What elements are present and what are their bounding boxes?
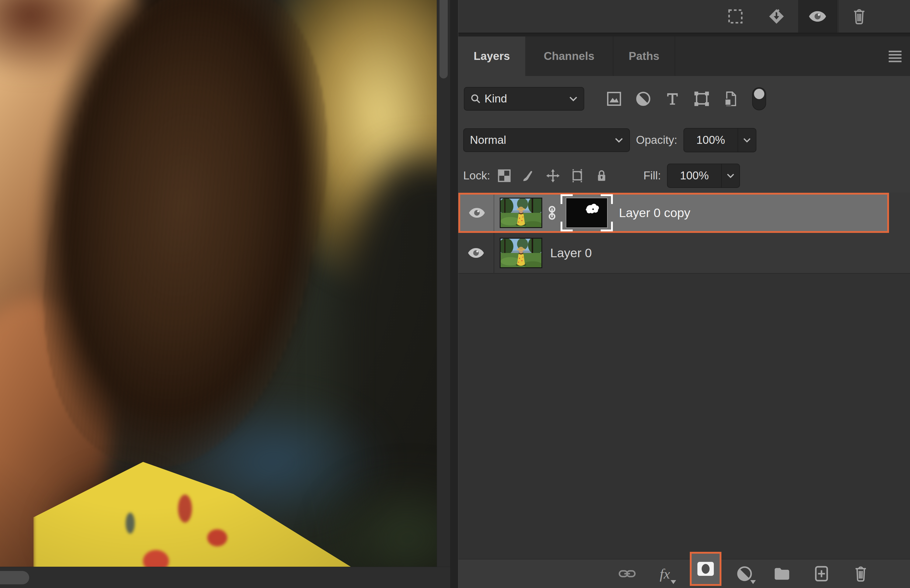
chevron-down-icon: [569, 96, 577, 102]
mask-properties-bar: [458, 0, 910, 34]
canvas-vertical-scroll-thumb[interactable]: [440, 0, 448, 78]
smart-object-filter-button[interactable]: [723, 91, 739, 107]
pixel-layer-filter-button[interactable]: [606, 91, 622, 107]
new-layer-button[interactable]: [808, 562, 835, 586]
panel-tab-bar: Layers Channels Paths: [458, 34, 910, 76]
apply-mask-icon: [768, 8, 785, 25]
fx-flyout-arrow-icon: [671, 580, 676, 584]
layers-panel: Layers Channels Paths Kind Normal: [458, 0, 910, 588]
list-divider: [458, 273, 910, 274]
layers-list: Layer 0 copy Layer 0: [458, 193, 910, 559]
panel-menu-button[interactable]: [888, 49, 902, 63]
tab-channels-label: Channels: [544, 50, 595, 63]
new-adjustment-layer-button[interactable]: [731, 562, 758, 586]
panel-gutter: [450, 0, 458, 588]
hamburger-menu-icon: [888, 49, 902, 63]
tab-paths[interactable]: Paths: [613, 37, 675, 76]
layer-rows: Layer 0 copy Layer 0: [458, 193, 910, 274]
blend-mode-value: Normal: [470, 134, 506, 147]
mask-selection-bracket: [601, 194, 613, 204]
tab-channels[interactable]: Channels: [525, 37, 613, 76]
layer-visibility-toggle[interactable]: [458, 233, 494, 273]
layer-filter-row: Kind: [458, 76, 910, 122]
fill-input[interactable]: 100%: [667, 163, 740, 188]
mask-selection-bracket: [601, 221, 613, 231]
layer-mask-selected[interactable]: [561, 194, 613, 231]
lock-position-button[interactable]: [545, 168, 561, 183]
eye-icon: [469, 208, 485, 218]
filter-kind-label: Kind: [485, 92, 507, 105]
header-divider: [838, 0, 839, 32]
adjustment-icon: [737, 566, 752, 581]
delete-layer-button[interactable]: [847, 562, 874, 586]
type-layer-filter-button[interactable]: [664, 91, 680, 107]
link-icon: [619, 569, 636, 579]
shape-layer-filter-button[interactable]: [694, 91, 710, 107]
opacity-label: Opacity:: [636, 134, 677, 147]
mask-visibility-button[interactable]: [802, 1, 833, 32]
opacity-input[interactable]: 100%: [684, 128, 756, 152]
fill-value: 100%: [668, 164, 721, 187]
lock-buttons: [497, 168, 609, 183]
add-layer-mask-icon: [697, 562, 714, 576]
eye-icon: [809, 11, 826, 22]
mask-link-icon[interactable]: [546, 205, 558, 221]
add-layer-mask-button[interactable]: [690, 552, 721, 586]
photo-vignette: [0, 0, 450, 567]
marquee-icon: [728, 9, 743, 24]
fx-icon: fx: [660, 565, 670, 582]
document-canvas[interactable]: [0, 0, 450, 588]
search-icon: [470, 94, 481, 104]
blend-mode-row: Normal Opacity: 100%: [458, 122, 910, 159]
layer-styles-button[interactable]: fx: [651, 562, 679, 586]
new-layer-icon: [815, 565, 829, 582]
layer-row-layer-0[interactable]: Layer 0: [458, 233, 910, 273]
fill-label: Fill:: [643, 170, 661, 182]
mask-selection-bracket: [561, 221, 573, 231]
trash-icon: [853, 565, 868, 582]
load-selection-from-mask-button[interactable]: [720, 1, 751, 32]
new-group-button[interactable]: [768, 562, 796, 586]
layers-bottom-toolbar: fx: [458, 559, 910, 588]
tab-paths-label: Paths: [629, 50, 659, 63]
canvas-horizontal-scroll-thumb[interactable]: [0, 571, 29, 584]
adjustment-layer-filter-button[interactable]: [635, 91, 651, 107]
lock-artboard-nesting-button[interactable]: [570, 168, 585, 183]
layer-visibility-toggle[interactable]: [460, 195, 494, 231]
tab-layers-label: Layers: [474, 50, 510, 63]
link-layers-button[interactable]: [613, 562, 641, 586]
chevron-down-icon[interactable]: [722, 164, 739, 187]
canvas-horizontal-scrollbar[interactable]: [0, 567, 450, 588]
layer-name[interactable]: Layer 0: [550, 246, 592, 260]
chevron-down-icon: [615, 137, 623, 143]
photo-closeup-woman: [0, 0, 450, 567]
mask-selection-bracket: [561, 194, 573, 204]
adjustment-flyout-arrow-icon: [750, 580, 756, 584]
layer-thumbnail[interactable]: [500, 198, 542, 228]
tab-layers[interactable]: Layers: [458, 37, 525, 76]
filter-kind-dropdown[interactable]: Kind: [464, 87, 584, 111]
opacity-value: 100%: [684, 129, 737, 152]
folder-icon: [774, 567, 790, 581]
eye-icon: [468, 248, 484, 258]
layer-thumbnail[interactable]: [500, 238, 542, 268]
lock-row: Lock: Fill: 100%: [458, 159, 910, 193]
lock-label: Lock:: [463, 170, 490, 182]
delete-mask-button[interactable]: [844, 1, 874, 32]
chevron-down-icon[interactable]: [738, 129, 756, 152]
canvas-vertical-scrollbar[interactable]: [437, 0, 450, 567]
blend-mode-dropdown[interactable]: Normal: [463, 128, 630, 152]
trash-icon: [852, 8, 866, 24]
layer-row-layer-0-copy[interactable]: Layer 0 copy: [458, 193, 889, 233]
lock-transparent-pixels-button[interactable]: [497, 168, 512, 183]
layer-name[interactable]: Layer 0 copy: [619, 206, 690, 220]
layer-type-filters: [606, 87, 766, 110]
layer-filtering-toggle[interactable]: [752, 87, 766, 110]
lock-image-pixels-button[interactable]: [521, 168, 536, 183]
lock-all-button[interactable]: [594, 168, 609, 183]
apply-mask-button[interactable]: [761, 1, 792, 32]
